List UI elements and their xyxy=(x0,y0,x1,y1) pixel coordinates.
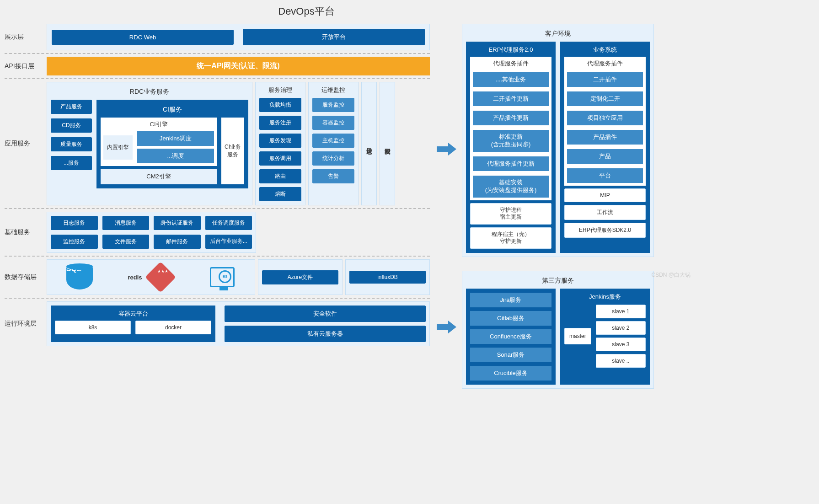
monitor-service[interactable]: 监控服务 xyxy=(51,235,98,249)
task-schedule-service[interactable]: 任务调度服务 xyxy=(205,216,252,230)
identity-service[interactable]: 身份认证服务 xyxy=(154,216,201,230)
k8s[interactable]: k8s xyxy=(55,321,131,334)
rdc-panel: RDC业务服务 产品服务 CD服务 质量服务 ...服务 CI服务 C xyxy=(47,82,252,205)
biz-extra-0: MIP xyxy=(564,188,646,202)
customer-env-panel: 客户环境 ERP代理服务2.0 代理服务插件 ....其他业务 二开插件更新 产… xyxy=(462,24,654,257)
azure-file-box: Azure文件 xyxy=(258,259,343,295)
cd-service-button[interactable]: CD服务 xyxy=(51,118,92,133)
erp-plugin-title: 代理服务插件 xyxy=(473,59,549,68)
jenkins-title: Jenkins服务 xyxy=(564,293,646,305)
erp-plugin-box: 代理服务插件 ....其他业务 二开插件更新 产品插件更新 标准更新 (含元数据… xyxy=(470,57,551,200)
biz-plugin-box: 代理服务插件 二开插件 定制化二开 项目独立应用 产品插件 产品 平台 xyxy=(564,57,646,186)
service-discovery[interactable]: 服务发现 xyxy=(259,134,301,148)
erp-plugin-3: 标准更新 (含元数据同步) xyxy=(473,130,549,152)
service-monitor[interactable]: 服务监控 xyxy=(312,98,354,112)
jenkins-master: master xyxy=(564,328,591,344)
erp-plugin-2: 产品插件更新 xyxy=(473,111,549,125)
backend-job-service[interactable]: 后台作业服务... xyxy=(205,235,252,249)
customer-env-title: 客户环境 xyxy=(466,28,650,42)
log-service[interactable]: 日志服务 xyxy=(51,216,98,230)
layer-label-presentation: 展示层 xyxy=(5,24,47,50)
layer-label-storage: 数据存储层 xyxy=(5,259,47,295)
builtin-engine-label: 内置引擎 xyxy=(103,135,133,160)
separator xyxy=(5,256,430,257)
ops-panel: 运维监控 服务监控 容器监控 主机监控 统计分析 告警 xyxy=(308,82,359,205)
biz-plugin-0: 二开插件 xyxy=(567,72,643,87)
jenkins-slave-more: slave .. xyxy=(596,354,646,368)
security-software[interactable]: 安全软件 xyxy=(225,306,426,322)
service-register[interactable]: 服务注册 xyxy=(259,116,301,130)
container-platform: 容器云平台 k8s docker xyxy=(51,306,215,342)
watermark: CSDN @白大锅 xyxy=(651,271,691,279)
ci-service-title: CI服务 xyxy=(101,104,244,118)
gitlab-service: Gitlab服务 xyxy=(470,311,551,326)
confluence-service: Confluence服务 xyxy=(470,329,551,344)
product-service-button[interactable]: 产品服务 xyxy=(51,100,92,114)
right-column: 客户环境 ERP代理服务2.0 代理服务插件 ....其他业务 二开插件更新 产… xyxy=(462,24,654,389)
layer-label-api: API接口层 xyxy=(5,57,47,75)
main-row: 展示层 RDC Web 开放平台 API接口层 统一API网关(认证、限流) 应… xyxy=(5,24,700,389)
biz-title: 业务系统 xyxy=(564,46,646,57)
biz-plugin-2: 项目独立应用 xyxy=(567,111,643,125)
biz-plugin-4: 产品 xyxy=(567,149,643,164)
governance-title: 服务治理 xyxy=(259,86,301,94)
jenkins-slave-2: slave 2 xyxy=(596,321,646,335)
erp-proxy-panel: ERP代理服务2.0 代理服务插件 ....其他业务 二开插件更新 产品插件更新… xyxy=(466,42,556,253)
jenkins-slave-1: slave 1 xyxy=(596,305,646,318)
erp-plugin-0: ....其他业务 xyxy=(473,72,549,87)
biz-system-panel: 业务系统 代理服务插件 二开插件 定制化二开 项目独立应用 产品插件 产品 平台… xyxy=(560,42,650,253)
more-service-button[interactable]: ...服务 xyxy=(51,156,92,170)
mail-service[interactable]: 邮件服务 xyxy=(154,235,201,249)
biz-plugin-title: 代理服务插件 xyxy=(567,59,643,68)
routing[interactable]: 路由 xyxy=(259,169,301,183)
presentation-box: RDC Web 开放平台 xyxy=(47,24,430,50)
alert[interactable]: 告警 xyxy=(312,169,354,183)
erp-extra-0: 守护进程 宿主更新 xyxy=(470,203,551,225)
separator xyxy=(5,78,430,79)
ci-engine-title: CI引擎 xyxy=(103,120,214,131)
jenkins-slave-3: slave 3 xyxy=(596,338,646,351)
circuit-breaker[interactable]: 熔断 xyxy=(259,187,301,201)
redis-icon xyxy=(147,263,174,291)
host-monitor[interactable]: 主机监控 xyxy=(312,134,354,148)
erp-plugin-4: 代理服务插件更新 xyxy=(473,156,549,171)
load-balance[interactable]: 负载均衡 xyxy=(259,98,301,112)
open-platform-button[interactable]: 开放平台 xyxy=(243,29,425,45)
more-schedule: ...调度 xyxy=(137,149,214,163)
separator xyxy=(5,298,430,299)
left-column: 展示层 RDC Web 开放平台 API接口层 统一API网关(认证、限流) 应… xyxy=(5,24,430,389)
erp-title: ERP代理服务2.0 xyxy=(470,46,551,57)
file-service[interactable]: 文件服务 xyxy=(102,235,150,249)
service-call[interactable]: 服务调用 xyxy=(259,151,301,166)
auth-control-bar: 权限控制 xyxy=(380,82,395,205)
jenkins-panel: Jenkins服务 master slave 1 slave 2 slave 3… xyxy=(560,289,650,385)
biz-plugin-3: 产品插件 xyxy=(567,130,643,145)
erp-extra-1: 程序宿主（壳） 守护更新 xyxy=(470,227,551,249)
redis-label: redis xyxy=(128,274,142,281)
influxdb[interactable]: influxDB xyxy=(349,271,426,284)
jira-service: Jira服务 xyxy=(470,293,551,307)
private-cloud-server[interactable]: 私有云服务器 xyxy=(225,326,426,342)
message-service[interactable]: 消息服务 xyxy=(102,216,150,230)
influxdb-box: influxDB xyxy=(345,259,430,295)
container-monitor[interactable]: 容器监控 xyxy=(312,116,354,130)
azure-file[interactable]: Azure文件 xyxy=(262,270,338,284)
docker[interactable]: docker xyxy=(135,321,211,334)
separator xyxy=(5,208,430,209)
diagram-title: DevOps平台 xyxy=(187,5,425,18)
separator xyxy=(5,53,430,54)
biz-extra-1: 工作流 xyxy=(564,205,646,220)
layer-label-runtime: 运行环境层 xyxy=(5,301,47,346)
storage-panel: SQL redis xyxy=(47,259,255,295)
biz-plugin-5: 平台 xyxy=(567,168,643,183)
rdc-web-button[interactable]: RDC Web xyxy=(52,30,234,45)
arrow-right-icon xyxy=(434,318,457,336)
es-icon xyxy=(209,263,236,291)
base-panel: 日志服务 消息服务 身份认证服务 任务调度服务 监控服务 文件服务 邮件服务 后… xyxy=(47,212,256,253)
crucible-service: Crucible服务 xyxy=(470,366,551,381)
quality-service-button[interactable]: 质量服务 xyxy=(51,137,92,151)
stats-analysis[interactable]: 统计分析 xyxy=(312,151,354,166)
arrow-right-icon xyxy=(434,140,457,158)
ci-service-panel: CI服务 CI引擎 内置引擎 Jenkins调度 ...调度 xyxy=(96,100,248,188)
sql-icon: SQL xyxy=(66,263,93,291)
